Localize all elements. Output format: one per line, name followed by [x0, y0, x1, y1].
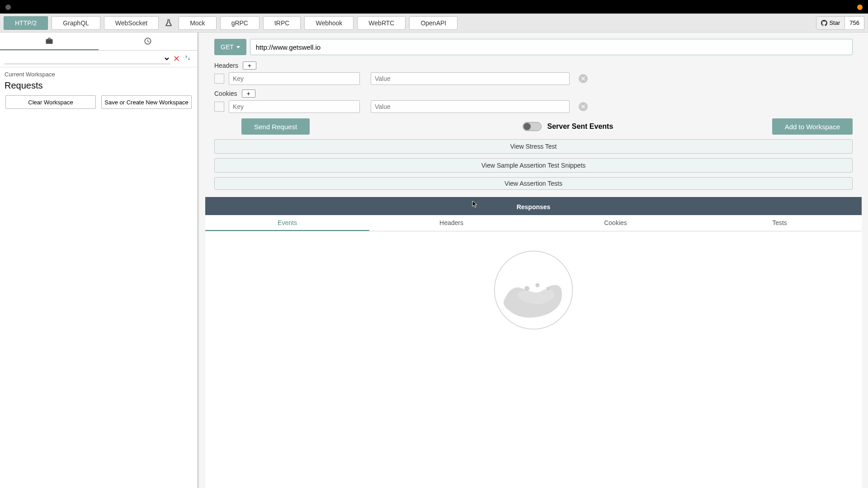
view-assertion-snippets-button[interactable]: View Sample Assertion Test Snippets	[214, 158, 853, 173]
response-tab-events[interactable]: Events	[205, 215, 369, 231]
sidebar: ✕ Current Workspace Requests Clear Works…	[0, 33, 199, 488]
traffic-light-icon	[857, 5, 863, 10]
clock-icon	[144, 37, 152, 45]
sse-label: Server Sent Events	[547, 122, 613, 131]
add-header-button[interactable]: +	[243, 61, 256, 70]
chevron-down-icon	[236, 46, 240, 48]
add-cookie-button[interactable]: +	[242, 89, 255, 98]
header-enable-checkbox[interactable]	[214, 74, 224, 84]
header-key-input[interactable]	[229, 72, 360, 85]
briefcase-icon	[45, 37, 53, 45]
protocol-tab-graphql[interactable]: GraphQL	[52, 16, 100, 30]
sidebar-tab-history[interactable]	[99, 33, 197, 50]
view-stress-test-button[interactable]: View Stress Test	[214, 139, 853, 154]
save-workspace-button[interactable]: Save or Create New Workspace	[101, 95, 192, 109]
cookies-label: Cookies	[214, 90, 237, 97]
delete-header-button[interactable]: ✕	[579, 74, 588, 83]
url-input[interactable]	[250, 39, 853, 55]
cookie-enable-checkbox[interactable]	[214, 102, 224, 112]
svg-point-1	[524, 286, 529, 291]
protocol-tab-webrtc[interactable]: WebRTC	[357, 16, 406, 30]
protocol-tab-http2[interactable]: HTTP/2	[4, 16, 48, 30]
response-tab-cookies[interactable]: Cookies	[533, 215, 698, 231]
headers-label: Headers	[214, 62, 238, 69]
cookie-key-input[interactable]	[229, 100, 360, 113]
response-tab-tests[interactable]: Tests	[698, 215, 862, 231]
github-star-label: Star	[829, 19, 840, 26]
requests-heading: Requests	[0, 79, 197, 95]
github-star-count: 756	[845, 17, 864, 29]
workspace-select[interactable]	[5, 53, 170, 64]
wave-logo-icon	[493, 249, 574, 331]
sidebar-tab-workspace[interactable]	[0, 33, 99, 50]
main-panel: GET Headers + ✕ Cookies	[199, 33, 868, 488]
delete-cookie-button[interactable]: ✕	[579, 102, 588, 111]
responses-panel: Responses Events Headers Cookies Tests	[205, 197, 862, 488]
cookie-value-input[interactable]	[371, 100, 570, 113]
protocol-tab-grpc[interactable]: gRPC	[220, 16, 259, 30]
traffic-light-icon	[5, 5, 11, 10]
protocol-tab-trpc[interactable]: tRPC	[263, 16, 301, 30]
workspace-label: Current Workspace	[0, 67, 197, 79]
svg-point-3	[547, 287, 550, 290]
send-request-button[interactable]: Send Request	[241, 118, 310, 135]
protocol-tab-openapi[interactable]: OpenAPI	[409, 16, 458, 30]
github-icon	[821, 20, 827, 26]
sort-icon	[184, 55, 191, 61]
add-to-workspace-button[interactable]: Add to Workspace	[772, 118, 853, 135]
protocol-tab-mock[interactable]: Mock	[179, 16, 216, 30]
sse-toggle[interactable]	[523, 122, 542, 131]
protocol-tab-webhook[interactable]: Webhook	[304, 16, 354, 30]
view-assertion-tests-button[interactable]: View Assertion Tests	[214, 177, 853, 190]
protocol-tab-websocket[interactable]: WebSocket	[104, 16, 159, 30]
window-titlebar	[0, 0, 868, 14]
svg-point-2	[536, 283, 540, 287]
http-method-label: GET	[221, 43, 234, 51]
responses-heading: Responses	[205, 199, 862, 215]
protocol-nav: HTTP/2 GraphQL WebSocket Mock gRPC tRPC …	[0, 14, 868, 33]
header-value-input[interactable]	[371, 72, 570, 85]
clear-select-button[interactable]: ✕	[170, 54, 183, 64]
http-method-select[interactable]: GET	[214, 39, 246, 55]
response-tab-headers[interactable]: Headers	[369, 215, 533, 231]
github-star-widget[interactable]: Star 756	[816, 16, 864, 30]
clear-workspace-button[interactable]: Clear Workspace	[5, 95, 96, 109]
flask-icon	[164, 19, 173, 28]
sort-button[interactable]	[183, 55, 193, 63]
